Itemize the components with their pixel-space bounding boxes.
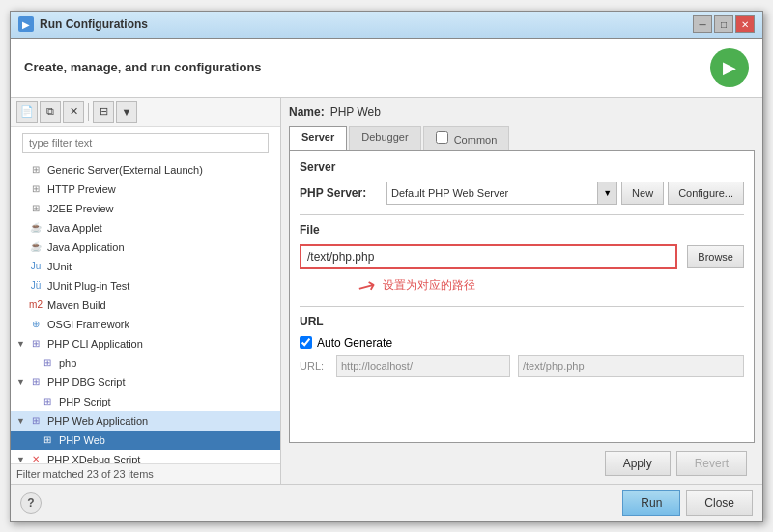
tree-item-osgi[interactable]: ⊕ OSGi Framework (11, 315, 280, 334)
name-value: PHP Web (330, 105, 381, 119)
url-section-title: URL (300, 315, 744, 328)
php-script-icon: ⊞ (40, 394, 55, 409)
maven-icon: m2 (28, 297, 43, 313)
name-row: Name: PHP Web (289, 105, 755, 119)
revert-button[interactable]: Revert (676, 451, 747, 476)
expand-icon: ▼ (16, 416, 28, 426)
left-panel: 📄 ⧉ ✕ ⊟ ▼ ⊞ Generic Server(External Laun… (11, 98, 281, 484)
tree-item-label: JUnit Plug-in Test (47, 280, 129, 292)
tree-item-php-dbg[interactable]: ▼ ⊞ PHP DBG Script (11, 373, 280, 392)
tree-item-http-preview[interactable]: ⊞ HTTP Preview (11, 180, 280, 199)
server-icon: ⊞ (28, 182, 43, 197)
collapse-button[interactable]: ⊟ (93, 101, 114, 123)
tab-server-label: Server (301, 131, 334, 143)
file-input[interactable] (300, 244, 677, 269)
new-config-button[interactable]: 📄 (16, 101, 38, 123)
php-web-icon: ⊞ (40, 433, 55, 448)
configure-server-button[interactable]: Configure... (668, 182, 744, 205)
tree-item-junit[interactable]: Ju JUnit (11, 257, 280, 276)
tree-item-php-cli[interactable]: ▼ ⊞ PHP CLI Application (11, 334, 280, 353)
tree-item-label: PHP XDebug Script (47, 454, 140, 463)
tree-item-label: Java Application (47, 241, 125, 253)
toolbar-separator (88, 103, 89, 121)
tree-item-maven[interactable]: m2 Maven Build (11, 295, 280, 315)
new-server-button[interactable]: New (621, 182, 664, 205)
tree-item-php-xdebug[interactable]: ▼ ✕ PHP XDebug Script (11, 450, 280, 463)
server-icon: ⊞ (28, 162, 43, 178)
tree-item-label: Maven Build (47, 299, 106, 311)
filter-status-text: Filter matched 23 of 23 items (16, 468, 154, 480)
tree-item-label: PHP Web Application (47, 415, 148, 427)
tab-content-server: Server PHP Server: Default PHP Web Serve… (289, 150, 755, 443)
titlebar: ▶ Run Configurations ─ □ ✕ (11, 12, 762, 39)
php-dbg-icon: ⊞ (28, 375, 43, 390)
minimize-button[interactable]: ─ (693, 15, 712, 33)
window-title: Run Configurations (40, 17, 693, 31)
tree-item-java-application[interactable]: ☕ Java Application (11, 238, 280, 257)
junit-plugin-icon: Jü (28, 278, 43, 294)
filter-status: Filter matched 23 of 23 items (11, 463, 280, 484)
auto-generate-row: Auto Generate (300, 336, 744, 350)
file-section-title: File (300, 223, 744, 237)
right-panel: Name: PHP Web Server Debugger Common (281, 98, 762, 484)
url-section: Auto Generate URL: (300, 336, 744, 377)
filter-button[interactable]: ▼ (116, 101, 137, 123)
tree-item-label: PHP CLI Application (47, 338, 143, 350)
tree-item-php-web-app[interactable]: ▼ ⊞ PHP Web Application (11, 411, 280, 431)
tree-item-j2ee[interactable]: ⊞ J2EE Preview (11, 199, 280, 218)
auto-generate-checkbox[interactable] (300, 336, 312, 349)
tree-item-php[interactable]: ⊞ php (11, 353, 280, 373)
window-icon: ▶ (18, 16, 34, 32)
tab-common-label: Common (454, 134, 498, 146)
expand-icon: ▼ (16, 378, 28, 387)
arrow-icon: ↗ (353, 270, 381, 301)
maximize-button[interactable]: □ (714, 15, 733, 33)
php-child-icon: ⊞ (40, 355, 55, 371)
name-label: Name: (289, 105, 325, 119)
expand-icon: ▼ (16, 339, 28, 349)
dropdown-arrow-icon[interactable]: ▼ (598, 182, 617, 205)
duplicate-config-button[interactable]: ⧉ (40, 101, 61, 123)
run-button[interactable]: Run (622, 490, 680, 516)
help-button[interactable]: ? (20, 492, 42, 514)
tree-item-junit-plugin[interactable]: Jü JUnit Plug-in Test (11, 276, 280, 295)
window-header: Create, manage, and run configurations ▶ (11, 39, 762, 98)
annotation-text: 设置为对应的路径 (383, 277, 475, 294)
header-title: Create, manage, and run configurations (24, 60, 262, 74)
php-server-dropdown[interactable]: Default PHP Web Server (386, 182, 598, 205)
tab-debugger-label: Debugger (361, 131, 408, 143)
content-area: 📄 ⧉ ✕ ⊟ ▼ ⊞ Generic Server(External Laun… (11, 98, 762, 484)
tree-container: ⊞ Generic Server(External Launch) ⊞ HTTP… (11, 158, 280, 463)
url-base-input (336, 355, 510, 377)
file-divider (300, 214, 744, 215)
close-window-button[interactable]: ✕ (735, 15, 755, 33)
window-footer: ? Run Close (11, 484, 762, 521)
tree-item-php-script[interactable]: ⊞ PHP Script (11, 392, 280, 411)
java-icon: ☕ (28, 239, 43, 255)
expand-icon: ▼ (16, 455, 28, 463)
common-tab-checkbox[interactable] (436, 131, 448, 144)
browse-button[interactable]: Browse (687, 245, 744, 268)
java-icon: ☕ (28, 220, 43, 236)
file-input-row: Browse (300, 244, 744, 269)
close-button[interactable]: Close (686, 490, 753, 516)
tree-item-generic-server[interactable]: ⊞ Generic Server(External Launch) (11, 160, 280, 180)
server-section-title: Server (300, 160, 744, 174)
filter-input[interactable] (22, 133, 269, 153)
url-label: URL: (300, 360, 329, 372)
delete-config-button[interactable]: ✕ (63, 101, 84, 123)
tab-server[interactable]: Server (289, 126, 347, 150)
run-icon: ▶ (710, 48, 749, 87)
tree-item-java-applet[interactable]: ☕ Java Applet (11, 218, 280, 238)
tree-item-label: PHP DBG Script (47, 377, 126, 388)
tree-item-php-web[interactable]: ⊞ PHP Web (11, 431, 280, 450)
tree-item-label: Generic Server(External Launch) (47, 164, 203, 176)
apply-button[interactable]: Apply (605, 451, 671, 476)
osgi-icon: ⊕ (28, 317, 43, 332)
php-server-label: PHP Server: (300, 186, 386, 200)
tab-common[interactable]: Common (423, 126, 510, 150)
server-icon: ⊞ (28, 201, 43, 216)
run-configurations-window: ▶ Run Configurations ─ □ ✕ Create, manag… (10, 11, 763, 522)
tree-item-label: OSGi Framework (47, 319, 129, 330)
tab-debugger[interactable]: Debugger (349, 126, 420, 150)
